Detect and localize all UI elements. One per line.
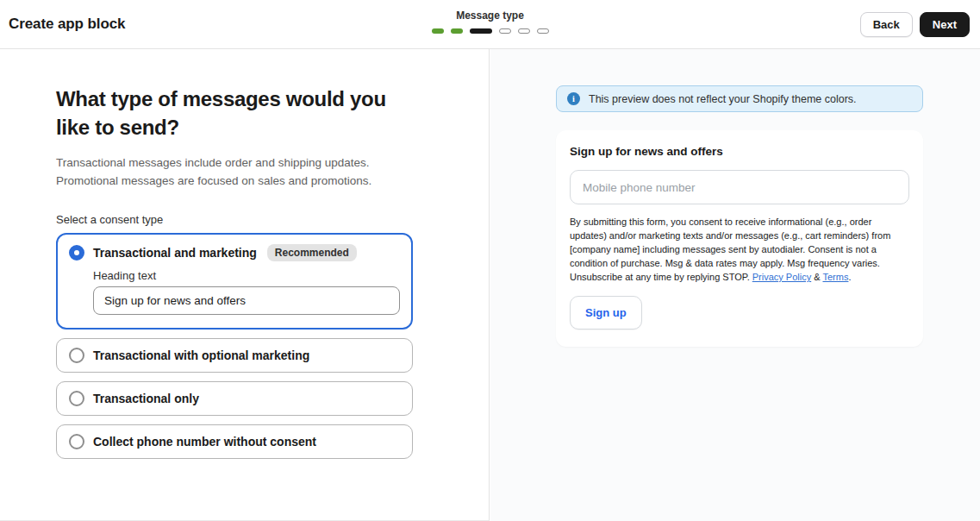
mobile-phone-input[interactable] <box>570 170 909 204</box>
question-heading: What type of messages would you like to … <box>56 85 405 141</box>
question-description: Transactional messages include order and… <box>56 154 427 190</box>
page-title: Create app block <box>9 16 125 33</box>
sign-up-button[interactable]: Sign up <box>570 296 642 330</box>
legal-disclaimer: By submitting this form, you consent to … <box>570 215 909 284</box>
legal-text: & <box>811 272 822 282</box>
header-actions: Back Next <box>860 12 970 37</box>
progress-pill <box>537 28 549 34</box>
progress-pill <box>470 28 492 34</box>
radio-selected-icon[interactable] <box>69 245 84 260</box>
info-icon: i <box>567 92 580 105</box>
option-label: Transactional with optional marketing <box>93 348 309 362</box>
option-transactional-only[interactable]: Transactional only <box>56 381 413 416</box>
option-transactional-with-optional-marketing[interactable]: Transactional with optional marketing <box>56 338 413 373</box>
radio-icon[interactable] <box>69 348 84 363</box>
heading-text-label: Heading text <box>93 269 400 282</box>
wizard-header: Create app block Message type Back Next <box>0 0 980 49</box>
theme-info-banner: i This preview does not reflect your Sho… <box>556 85 923 112</box>
next-button[interactable]: Next <box>920 12 970 37</box>
banner-text: This preview does not reflect your Shopi… <box>589 93 857 105</box>
progress-pill <box>499 28 511 34</box>
progress-pills <box>432 28 549 34</box>
radio-icon[interactable] <box>69 434 84 449</box>
preview-panel: i This preview does not reflect your Sho… <box>490 49 980 521</box>
back-button[interactable]: Back <box>860 12 913 37</box>
signup-form-title: Sign up for news and offers <box>570 145 909 158</box>
recommended-badge: Recommended <box>267 244 357 261</box>
option-label: Transactional and marketing <box>93 246 257 260</box>
option-label: Transactional only <box>93 392 199 405</box>
terms-link[interactable]: Terms <box>822 272 848 282</box>
progress-pill <box>432 28 444 34</box>
description-line: Transactional messages include order and… <box>56 156 369 169</box>
option-collect-phone-without-consent[interactable]: Collect phone number without consent <box>56 424 413 459</box>
progress-step-label: Message type <box>432 9 549 22</box>
privacy-policy-link[interactable]: Privacy Policy <box>752 272 811 282</box>
signup-form-preview: Sign up for news and offers By submittin… <box>556 130 923 347</box>
option-transactional-and-marketing[interactable]: Transactional and marketing Recommended … <box>56 233 413 330</box>
description-line: Promotional messages are focused on sale… <box>56 174 371 187</box>
progress-pill <box>518 28 530 34</box>
option-label: Collect phone number without consent <box>93 435 316 449</box>
radio-icon[interactable] <box>69 391 84 406</box>
settings-panel: What type of messages would you like to … <box>0 49 490 521</box>
progress-indicator: Message type <box>432 9 549 34</box>
heading-text-input[interactable] <box>93 286 400 315</box>
legal-text: . <box>848 272 851 282</box>
consent-type-label: Select a consent type <box>56 213 454 226</box>
heading-text-field-group: Heading text <box>93 269 400 315</box>
consent-options-list: Transactional and marketing Recommended … <box>56 233 413 459</box>
progress-pill <box>451 28 463 34</box>
